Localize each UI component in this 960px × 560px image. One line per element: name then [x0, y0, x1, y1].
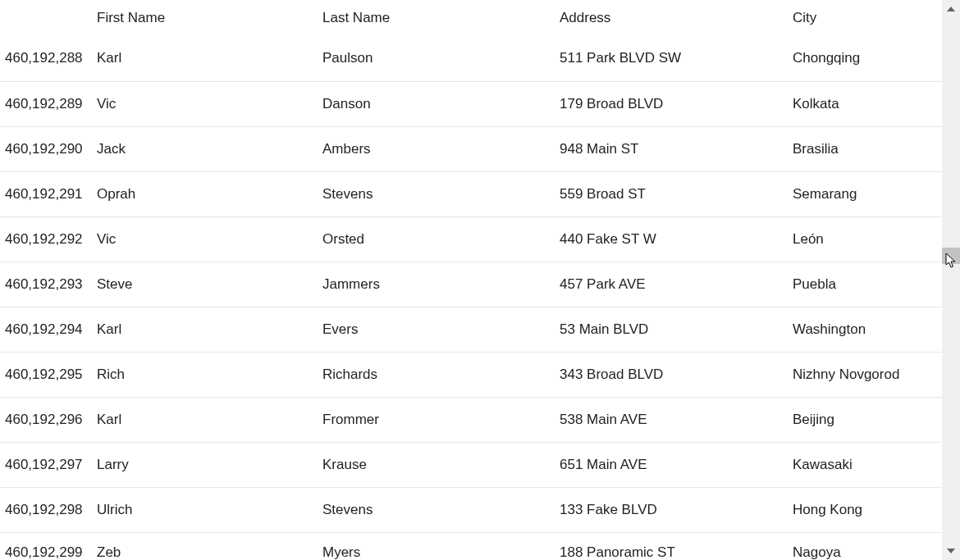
table-row[interactable]: 460,192,290 Jack Ambers 948 Main ST Bras…: [0, 126, 942, 171]
cell-lastname: Stevens: [322, 171, 560, 216]
cell-firstname: Larry: [97, 442, 322, 487]
scroll-track[interactable]: [942, 18, 960, 542]
table-row[interactable]: 460,192,296 Karl Frommer 538 Main AVE Be…: [0, 397, 942, 442]
cell-firstname: Rich: [97, 352, 322, 397]
cell-city: Nagoya: [793, 532, 942, 560]
cell-lastname: Stevens: [322, 487, 560, 532]
cell-firstname: Zeb: [97, 532, 322, 560]
header-row: First Name Last Name Address City: [0, 0, 942, 36]
cell-lastname: Evers: [322, 307, 560, 352]
header-lastname[interactable]: Last Name: [322, 0, 560, 36]
cell-lastname: Paulson: [322, 36, 560, 81]
table-row[interactable]: 460,192,298 Ulrich Stevens 133 Fake BLVD…: [0, 487, 942, 532]
cell-firstname: Karl: [97, 36, 322, 81]
cell-lastname: Frommer: [322, 397, 560, 442]
cell-address: 538 Main AVE: [560, 397, 793, 442]
cell-city: Nizhny Novgorod: [793, 352, 942, 397]
cell-id: 460,192,289: [0, 81, 97, 126]
cell-address: 511 Park BLVD SW: [560, 36, 793, 81]
header-city[interactable]: City: [793, 0, 942, 36]
data-table: First Name Last Name Address City 460,19…: [0, 0, 942, 560]
cell-lastname: Myers: [322, 532, 560, 560]
scroll-up-arrow-icon[interactable]: [942, 0, 960, 18]
cell-firstname: Steve: [97, 262, 322, 307]
cell-id: 460,192,288: [0, 36, 97, 81]
cell-city: León: [793, 216, 942, 262]
cell-city: Beijing: [793, 397, 942, 442]
table-body: 460,192,288 Karl Paulson 511 Park BLVD S…: [0, 36, 942, 560]
cell-address: 188 Panoramic ST: [560, 532, 793, 560]
cell-address: 440 Fake ST W: [560, 216, 793, 262]
cell-firstname: Karl: [97, 307, 322, 352]
table-row[interactable]: 460,192,299 Zeb Myers 188 Panoramic ST N…: [0, 532, 942, 560]
cell-city: Hong Kong: [793, 487, 942, 532]
cell-address: 133 Fake BLVD: [560, 487, 793, 532]
cell-lastname: Krause: [322, 442, 560, 487]
cell-firstname: Ulrich: [97, 487, 322, 532]
cell-address: 457 Park AVE: [560, 262, 793, 307]
cell-lastname: Richards: [322, 352, 560, 397]
table-row[interactable]: 460,192,297 Larry Krause 651 Main AVE Ka…: [0, 442, 942, 487]
cell-firstname: Vic: [97, 216, 322, 262]
cell-lastname: Ambers: [322, 126, 560, 171]
header-firstname[interactable]: First Name: [97, 0, 322, 36]
cell-id: 460,192,298: [0, 487, 97, 532]
cell-firstname: Jack: [97, 126, 322, 171]
cell-id: 460,192,296: [0, 397, 97, 442]
cell-id: 460,192,291: [0, 171, 97, 216]
cell-firstname: Vic: [97, 81, 322, 126]
cell-lastname: Orsted: [322, 216, 560, 262]
table-row[interactable]: 460,192,295 Rich Richards 343 Broad BLVD…: [0, 352, 942, 397]
cell-address: 559 Broad ST: [560, 171, 793, 216]
cell-id: 460,192,297: [0, 442, 97, 487]
table-row[interactable]: 460,192,293 Steve Jammers 457 Park AVE P…: [0, 262, 942, 307]
cell-id: 460,192,293: [0, 262, 97, 307]
cell-address: 343 Broad BLVD: [560, 352, 793, 397]
table-container: First Name Last Name Address City 460,19…: [0, 0, 942, 560]
cell-id: 460,192,295: [0, 352, 97, 397]
cell-id: 460,192,299: [0, 532, 97, 560]
cell-city: Washington: [793, 307, 942, 352]
table-row[interactable]: 460,192,292 Vic Orsted 440 Fake ST W Leó…: [0, 216, 942, 262]
cell-id: 460,192,290: [0, 126, 97, 171]
table-row[interactable]: 460,192,291 Oprah Stevens 559 Broad ST S…: [0, 171, 942, 216]
cell-firstname: Karl: [97, 397, 322, 442]
cell-city: Puebla: [793, 262, 942, 307]
cell-lastname: Jammers: [322, 262, 560, 307]
cell-city: Semarang: [793, 171, 942, 216]
header-id[interactable]: [0, 0, 97, 36]
scroll-down-arrow-icon[interactable]: [942, 542, 960, 560]
cell-address: 651 Main AVE: [560, 442, 793, 487]
cell-lastname: Danson: [322, 81, 560, 126]
cell-address: 948 Main ST: [560, 126, 793, 171]
cell-city: Kawasaki: [793, 442, 942, 487]
cell-address: 179 Broad BLVD: [560, 81, 793, 126]
header-address[interactable]: Address: [560, 0, 793, 36]
cell-address: 53 Main BLVD: [560, 307, 793, 352]
table-row[interactable]: 460,192,294 Karl Evers 53 Main BLVD Wash…: [0, 307, 942, 352]
table-row[interactable]: 460,192,289 Vic Danson 179 Broad BLVD Ko…: [0, 81, 942, 126]
cell-id: 460,192,294: [0, 307, 97, 352]
scroll-thumb[interactable]: [942, 248, 960, 264]
vertical-scrollbar[interactable]: [942, 0, 960, 560]
cell-city: Brasilia: [793, 126, 942, 171]
cell-id: 460,192,292: [0, 216, 97, 262]
table-row[interactable]: 460,192,288 Karl Paulson 511 Park BLVD S…: [0, 36, 942, 81]
cell-firstname: Oprah: [97, 171, 322, 216]
cell-city: Chongqing: [793, 36, 942, 81]
cell-city: Kolkata: [793, 81, 942, 126]
